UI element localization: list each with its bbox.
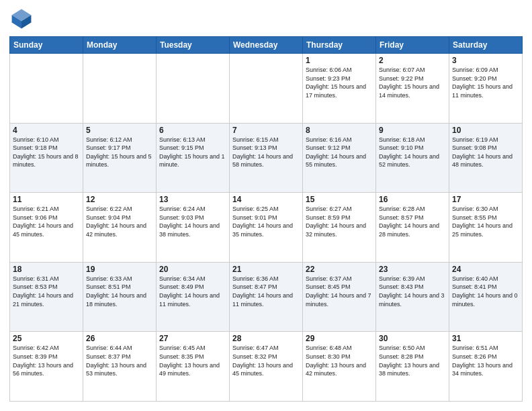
weekday-header: Sunday — [10, 37, 83, 54]
day-info: Sunrise: 6:50 AM Sunset: 8:28 PM Dayligh… — [379, 344, 446, 377]
calendar-week-row: 11Sunrise: 6:21 AM Sunset: 9:06 PM Dayli… — [10, 193, 523, 263]
day-info: Sunrise: 6:44 AM Sunset: 8:37 PM Dayligh… — [86, 344, 153, 377]
day-number: 12 — [86, 195, 153, 204]
day-info: Sunrise: 6:10 AM Sunset: 9:18 PM Dayligh… — [13, 136, 80, 169]
calendar-cell: 30Sunrise: 6:50 AM Sunset: 8:28 PM Dayli… — [376, 332, 449, 402]
calendar-cell — [157, 54, 230, 124]
calendar-cell: 27Sunrise: 6:45 AM Sunset: 8:35 PM Dayli… — [157, 332, 230, 402]
header — [9, 7, 523, 31]
calendar-cell: 26Sunrise: 6:44 AM Sunset: 8:37 PM Dayli… — [83, 332, 157, 402]
day-number: 21 — [232, 265, 300, 274]
calendar-cell: 31Sunrise: 6:51 AM Sunset: 8:26 PM Dayli… — [449, 332, 523, 402]
calendar-cell: 17Sunrise: 6:30 AM Sunset: 8:55 PM Dayli… — [449, 193, 523, 263]
day-number: 28 — [232, 334, 300, 343]
weekday-header: Tuesday — [157, 37, 230, 54]
day-info: Sunrise: 6:33 AM Sunset: 8:51 PM Dayligh… — [86, 275, 153, 308]
calendar-cell: 28Sunrise: 6:47 AM Sunset: 8:32 PM Dayli… — [230, 332, 303, 402]
calendar-cell: 22Sunrise: 6:37 AM Sunset: 8:45 PM Dayli… — [303, 262, 376, 332]
day-info: Sunrise: 6:45 AM Sunset: 8:35 PM Dayligh… — [159, 344, 226, 377]
calendar-cell: 24Sunrise: 6:40 AM Sunset: 8:41 PM Dayli… — [449, 262, 523, 332]
day-number: 6 — [159, 126, 226, 135]
day-info: Sunrise: 6:19 AM Sunset: 9:08 PM Dayligh… — [452, 136, 519, 169]
day-number: 19 — [86, 265, 153, 274]
day-number: 16 — [379, 195, 446, 204]
calendar-cell: 5Sunrise: 6:12 AM Sunset: 9:17 PM Daylig… — [83, 123, 157, 193]
weekday-header: Thursday — [303, 37, 376, 54]
logo-icon — [9, 7, 34, 31]
day-info: Sunrise: 6:42 AM Sunset: 8:39 PM Dayligh… — [13, 344, 80, 377]
calendar-cell — [10, 54, 83, 124]
day-number: 27 — [159, 334, 226, 343]
calendar-cell: 11Sunrise: 6:21 AM Sunset: 9:06 PM Dayli… — [10, 193, 83, 263]
day-info: Sunrise: 6:40 AM Sunset: 8:41 PM Dayligh… — [452, 275, 519, 308]
calendar-cell: 8Sunrise: 6:16 AM Sunset: 9:12 PM Daylig… — [303, 123, 376, 193]
day-info: Sunrise: 6:39 AM Sunset: 8:43 PM Dayligh… — [379, 275, 446, 308]
day-info: Sunrise: 6:30 AM Sunset: 8:55 PM Dayligh… — [452, 205, 519, 238]
calendar-cell: 14Sunrise: 6:25 AM Sunset: 9:01 PM Dayli… — [230, 193, 303, 263]
day-number: 2 — [379, 56, 446, 65]
day-number: 23 — [379, 265, 446, 274]
calendar-cell: 9Sunrise: 6:18 AM Sunset: 9:10 PM Daylig… — [376, 123, 449, 193]
calendar-cell: 13Sunrise: 6:24 AM Sunset: 9:03 PM Dayli… — [157, 193, 230, 263]
calendar-cell: 23Sunrise: 6:39 AM Sunset: 8:43 PM Dayli… — [376, 262, 449, 332]
calendar-cell: 18Sunrise: 6:31 AM Sunset: 8:53 PM Dayli… — [10, 262, 83, 332]
day-number: 11 — [13, 195, 80, 204]
day-number: 30 — [379, 334, 446, 343]
calendar-cell: 21Sunrise: 6:36 AM Sunset: 8:47 PM Dayli… — [230, 262, 303, 332]
day-number: 24 — [452, 265, 519, 274]
day-number: 3 — [452, 56, 519, 65]
day-info: Sunrise: 6:27 AM Sunset: 8:59 PM Dayligh… — [306, 205, 373, 238]
day-number: 1 — [306, 56, 373, 65]
calendar-week-row: 25Sunrise: 6:42 AM Sunset: 8:39 PM Dayli… — [10, 332, 523, 402]
day-info: Sunrise: 6:25 AM Sunset: 9:01 PM Dayligh… — [232, 205, 300, 238]
day-info: Sunrise: 6:09 AM Sunset: 9:20 PM Dayligh… — [452, 66, 519, 99]
calendar-cell: 29Sunrise: 6:48 AM Sunset: 8:30 PM Dayli… — [303, 332, 376, 402]
day-info: Sunrise: 6:31 AM Sunset: 8:53 PM Dayligh… — [13, 275, 80, 308]
calendar-cell: 20Sunrise: 6:34 AM Sunset: 8:49 PM Dayli… — [157, 262, 230, 332]
day-number: 4 — [13, 126, 80, 135]
calendar-cell: 2Sunrise: 6:07 AM Sunset: 9:22 PM Daylig… — [376, 54, 449, 124]
day-number: 8 — [306, 126, 373, 135]
calendar-cell: 3Sunrise: 6:09 AM Sunset: 9:20 PM Daylig… — [449, 54, 523, 124]
calendar-table: SundayMondayTuesdayWednesdayThursdayFrid… — [9, 36, 523, 402]
day-number: 31 — [452, 334, 519, 343]
day-info: Sunrise: 6:22 AM Sunset: 9:04 PM Dayligh… — [86, 205, 153, 238]
calendar-cell: 12Sunrise: 6:22 AM Sunset: 9:04 PM Dayli… — [83, 193, 157, 263]
calendar-cell: 10Sunrise: 6:19 AM Sunset: 9:08 PM Dayli… — [449, 123, 523, 193]
day-number: 22 — [306, 265, 373, 274]
calendar-cell: 19Sunrise: 6:33 AM Sunset: 8:51 PM Dayli… — [83, 262, 157, 332]
calendar-week-row: 4Sunrise: 6:10 AM Sunset: 9:18 PM Daylig… — [10, 123, 523, 193]
logo — [9, 7, 36, 31]
calendar-week-row: 18Sunrise: 6:31 AM Sunset: 8:53 PM Dayli… — [10, 262, 523, 332]
day-number: 9 — [379, 126, 446, 135]
day-info: Sunrise: 6:21 AM Sunset: 9:06 PM Dayligh… — [13, 205, 80, 238]
day-info: Sunrise: 6:28 AM Sunset: 8:57 PM Dayligh… — [379, 205, 446, 238]
day-info: Sunrise: 6:37 AM Sunset: 8:45 PM Dayligh… — [306, 275, 373, 308]
calendar-cell: 25Sunrise: 6:42 AM Sunset: 8:39 PM Dayli… — [10, 332, 83, 402]
weekday-header: Saturday — [449, 37, 523, 54]
calendar-cell: 1Sunrise: 6:06 AM Sunset: 9:23 PM Daylig… — [303, 54, 376, 124]
day-info: Sunrise: 6:24 AM Sunset: 9:03 PM Dayligh… — [159, 205, 226, 238]
day-number: 15 — [306, 195, 373, 204]
day-number: 13 — [159, 195, 226, 204]
calendar-cell: 4Sunrise: 6:10 AM Sunset: 9:18 PM Daylig… — [10, 123, 83, 193]
day-number: 25 — [13, 334, 80, 343]
calendar-cell: 16Sunrise: 6:28 AM Sunset: 8:57 PM Dayli… — [376, 193, 449, 263]
day-info: Sunrise: 6:06 AM Sunset: 9:23 PM Dayligh… — [306, 66, 373, 99]
day-number: 20 — [159, 265, 226, 274]
weekday-header: Monday — [83, 37, 157, 54]
day-number: 14 — [232, 195, 300, 204]
day-number: 10 — [452, 126, 519, 135]
calendar-cell: 7Sunrise: 6:15 AM Sunset: 9:13 PM Daylig… — [230, 123, 303, 193]
day-number: 18 — [13, 265, 80, 274]
page: SundayMondayTuesdayWednesdayThursdayFrid… — [0, 0, 532, 411]
day-number: 17 — [452, 195, 519, 204]
calendar-header-row: SundayMondayTuesdayWednesdayThursdayFrid… — [10, 37, 523, 54]
calendar-cell: 15Sunrise: 6:27 AM Sunset: 8:59 PM Dayli… — [303, 193, 376, 263]
day-info: Sunrise: 6:51 AM Sunset: 8:26 PM Dayligh… — [452, 344, 519, 377]
day-info: Sunrise: 6:12 AM Sunset: 9:17 PM Dayligh… — [86, 136, 153, 169]
weekday-header: Wednesday — [230, 37, 303, 54]
day-info: Sunrise: 6:16 AM Sunset: 9:12 PM Dayligh… — [306, 136, 373, 169]
day-info: Sunrise: 6:13 AM Sunset: 9:15 PM Dayligh… — [159, 136, 226, 169]
day-number: 5 — [86, 126, 153, 135]
